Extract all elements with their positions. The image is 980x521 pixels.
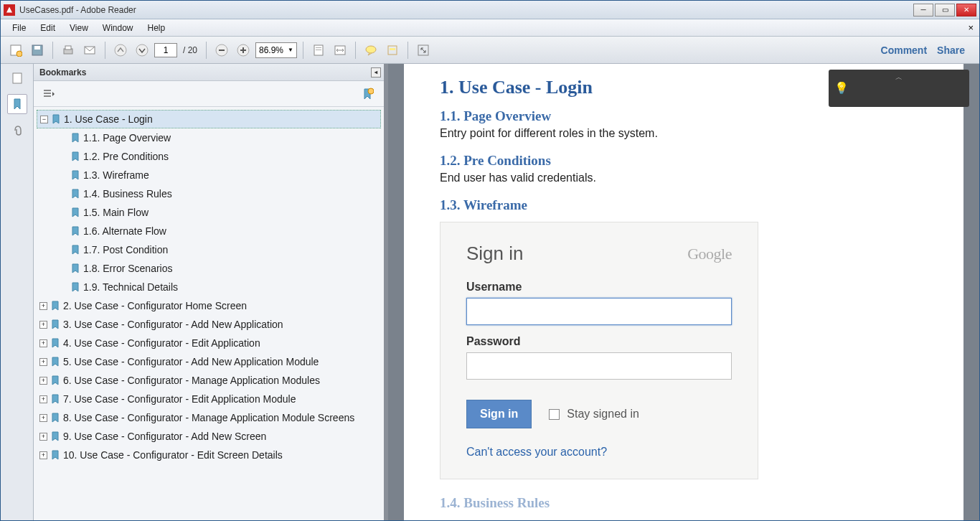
bookmark-node[interactable]: +7. Use Case - Configurator - Edit Appli…: [37, 390, 381, 408]
mdi-close-icon[interactable]: ×: [968, 22, 974, 33]
bookmark-label: 5. Use Case - Configurator - Add New App…: [63, 356, 319, 367]
bookmark-icon: [51, 114, 61, 124]
menu-help[interactable]: Help: [141, 21, 173, 35]
page-up-icon[interactable]: [111, 41, 130, 60]
bookmark-node-root[interactable]: − 1. Use Case - Login: [37, 110, 381, 128]
email-icon[interactable]: [80, 41, 99, 60]
svg-rect-16: [316, 50, 321, 50]
zoom-out-icon[interactable]: [212, 41, 231, 60]
bookmark-node[interactable]: 1.3. Wireframe: [57, 166, 381, 184]
svg-rect-15: [316, 47, 321, 48]
minimize-button[interactable]: ─: [913, 4, 933, 17]
attachments-panel-icon[interactable]: [7, 120, 27, 140]
lightbulb-icon: 💡: [834, 81, 849, 95]
new-bookmark-icon[interactable]: [358, 85, 377, 103]
page-number-input[interactable]: [154, 43, 177, 57]
bookmark-label: 1.4. Business Rules: [83, 188, 172, 200]
share-button[interactable]: Share: [937, 44, 965, 56]
google-logo: Google: [687, 245, 732, 263]
expander-plus-icon[interactable]: +: [39, 321, 47, 329]
bookmark-node[interactable]: +5. Use Case - Configurator - Add New Ap…: [37, 352, 381, 371]
bookmark-node[interactable]: +3. Use Case - Configurator - Add New Ap…: [37, 315, 381, 334]
bookmark-node[interactable]: +6. Use Case - Configurator - Manage App…: [37, 371, 381, 390]
document-area[interactable]: 1. Use Case - Login 1.1. Page Overview E…: [388, 64, 979, 520]
expander-plus-icon[interactable]: +: [39, 377, 47, 385]
maximize-button[interactable]: ▭: [935, 4, 955, 17]
bookmark-icon: [50, 357, 60, 367]
menu-file[interactable]: File: [5, 21, 33, 35]
thumbnails-panel-icon[interactable]: [7, 68, 27, 88]
zoom-select[interactable]: 86.9%▼: [255, 42, 297, 58]
signin-button[interactable]: Sign in: [466, 400, 532, 428]
expander-minus-icon[interactable]: −: [40, 116, 48, 123]
svg-rect-23: [44, 90, 51, 91]
expander-plus-icon[interactable]: +: [39, 433, 47, 441]
bookmark-node[interactable]: 1.5. Main Flow: [57, 203, 381, 222]
collapse-panel-icon[interactable]: ◂: [371, 67, 381, 78]
close-button[interactable]: ✕: [956, 4, 976, 17]
bookmark-label: 8. Use Case - Configurator - Manage Appl…: [63, 412, 354, 423]
bookmark-label: 9. Use Case - Configurator - Add New Scr…: [63, 431, 266, 442]
window-titlebar: UseCases.pdf - Adobe Reader ─ ▭ ✕: [1, 1, 979, 19]
bookmark-label: 2. Use Case - Configurator Home Screen: [63, 300, 247, 311]
menu-window[interactable]: Window: [95, 21, 141, 35]
bookmark-label: 6. Use Case - Configurator - Manage Appl…: [63, 375, 320, 386]
bookmark-node[interactable]: 1.8. Error Scenarios: [57, 259, 381, 278]
bookmark-node[interactable]: +10. Use Case - Configurator - Edit Scre…: [37, 446, 381, 464]
expander-plus-icon[interactable]: +: [39, 302, 47, 310]
doc-subheading: 1.4. Business Rules: [440, 495, 928, 511]
open-file-icon[interactable]: [6, 41, 25, 60]
pdf-page: 1. Use Case - Login 1.1. Page Overview E…: [404, 64, 963, 520]
bookmark-node[interactable]: 1.7. Post Condition: [57, 240, 381, 259]
bookmark-node[interactable]: 1.2. Pre Conditions: [57, 147, 381, 166]
print-icon[interactable]: [59, 41, 77, 60]
bookmark-icon: [70, 282, 80, 292]
bookmark-label: 1.9. Technical Details: [83, 281, 178, 293]
bookmark-node[interactable]: 1.9. Technical Details: [57, 278, 381, 296]
page-down-icon[interactable]: [133, 41, 151, 60]
bookmark-icon: [50, 394, 60, 404]
bookmark-label: 1.7. Post Condition: [83, 244, 168, 255]
password-input[interactable]: [466, 352, 732, 380]
zoom-in-icon[interactable]: [234, 41, 253, 60]
save-icon[interactable]: [28, 41, 47, 60]
bookmark-node[interactable]: 1.6. Alternate Flow: [57, 222, 381, 240]
comment-button[interactable]: Comment: [881, 44, 928, 56]
bookmark-icon: [70, 151, 80, 161]
bookmark-label: 1.2. Pre Conditions: [83, 151, 169, 162]
bookmark-node[interactable]: +4. Use Case - Configurator - Edit Appli…: [37, 334, 381, 352]
expander-plus-icon[interactable]: +: [39, 339, 47, 347]
expander-plus-icon[interactable]: +: [39, 358, 47, 366]
zoom-value: 86.9%: [259, 45, 283, 55]
bookmark-icon: [70, 133, 80, 143]
bookmark-node[interactable]: +9. Use Case - Configurator - Add New Sc…: [37, 427, 381, 446]
doc-subheading: 1.3. Wireframe: [440, 197, 928, 213]
stay-signed-checkbox[interactable]: [549, 409, 560, 420]
svg-rect-5: [65, 46, 71, 50]
tip-overlay[interactable]: ︿ 💡: [829, 70, 969, 107]
highlight-icon[interactable]: [383, 41, 402, 60]
bookmark-tree: − 1. Use Case - Login 1.1. Page Overview…: [34, 107, 384, 520]
read-mode-icon[interactable]: [414, 41, 433, 60]
menu-view[interactable]: View: [62, 21, 95, 35]
expander-plus-icon[interactable]: +: [39, 414, 47, 422]
sticky-note-icon[interactable]: [362, 41, 380, 60]
bookmarks-panel-icon[interactable]: [7, 94, 27, 114]
fit-page-icon[interactable]: [309, 41, 328, 60]
menu-edit[interactable]: Edit: [33, 21, 62, 35]
signin-title: Sign in: [466, 243, 524, 265]
fit-width-icon[interactable]: [331, 41, 349, 60]
expander-plus-icon[interactable]: +: [39, 451, 47, 459]
bookmark-options-icon[interactable]: [39, 85, 58, 103]
username-input[interactable]: [466, 298, 732, 325]
bookmark-node[interactable]: +2. Use Case - Configurator Home Screen: [37, 296, 381, 315]
bookmark-icon: [70, 263, 80, 273]
bookmark-node[interactable]: +8. Use Case - Configurator - Manage App…: [37, 408, 381, 427]
expander-plus-icon[interactable]: +: [39, 395, 47, 403]
bookmark-node[interactable]: 1.4. Business Rules: [57, 184, 381, 203]
svg-rect-25: [44, 95, 51, 97]
bookmark-label: 10. Use Case - Configurator - Edit Scree…: [63, 449, 283, 461]
svg-rect-24: [44, 93, 51, 94]
bookmark-node[interactable]: 1.1. Page Overview: [57, 128, 381, 147]
cant-access-link[interactable]: Can't access your account?: [466, 446, 732, 459]
